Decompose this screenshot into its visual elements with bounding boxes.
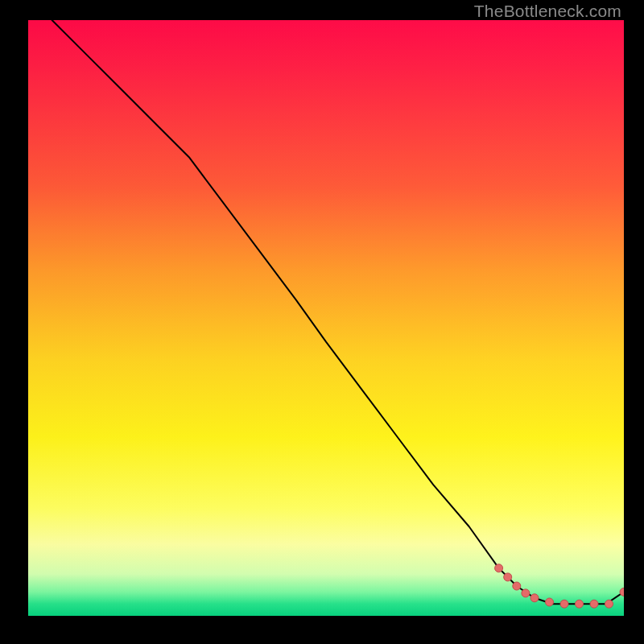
data-point	[560, 600, 568, 608]
data-point	[605, 600, 613, 608]
data-point	[530, 594, 539, 602]
data-point	[546, 598, 554, 606]
watermark-text: TheBottleneck.com	[474, 2, 621, 21]
chart-svg	[28, 20, 624, 616]
scatter-points	[495, 564, 624, 608]
data-point	[576, 600, 584, 608]
data-point	[513, 582, 521, 590]
bottleneck-curve	[52, 20, 624, 604]
data-point	[504, 573, 512, 581]
data-point	[495, 564, 503, 572]
plot-area	[28, 20, 624, 616]
data-point	[522, 589, 530, 597]
data-point	[590, 600, 598, 608]
curve-line	[52, 20, 624, 604]
chart-stage: TheBottleneck.com	[0, 0, 644, 644]
